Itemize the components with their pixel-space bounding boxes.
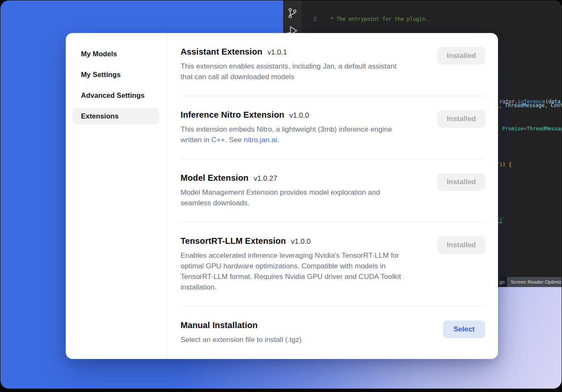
code-fragment: Promise<ThreadMessage> [502,125,562,133]
code-line: 2 * The entrypoint for the plugin. [302,16,562,23]
desktop-background: 2 * The entrypoint for the plugin. 3 */ … [0,0,562,389]
extension-version: v1.0.0 [289,111,309,120]
extension-info: Manual Installation Select an extension … [181,320,301,345]
sidebar-item-my-models[interactable]: My Models [72,46,159,62]
extension-header: TensortRT-LLM Extension v1.0.0 [181,236,401,246]
settings-modal: My Models My Settings Advanced Settings … [66,33,498,359]
screen-reader-status-item[interactable]: Screen Reader Optimize [507,277,562,287]
source-control-icon[interactable] [287,7,298,21]
extension-info: Assistant Extension v1.0.1 This extensio… [181,47,396,82]
code-fragment: rator.inference(data)); [499,98,562,105]
code-text: * The entrypoint for the plugin. [327,16,428,23]
extension-info: TensortRT-LLM Extension v1.0.0 Enables a… [181,236,401,293]
extension-description: This extension enables assistants, inclu… [181,61,396,82]
manual-installation-description: Select an extension file to install (.tg… [181,334,301,345]
extensions-list: Assistant Extension v1.0.1 This extensio… [167,33,498,359]
extension-name: Inference Nitro Extension [181,110,284,120]
extension-header: Manual Installation [181,320,301,330]
settings-sidebar: My Models My Settings Advanced Settings … [66,33,167,359]
extension-info: Model Extension v1.0.27 Model Management… [181,173,380,208]
extension-description: Model Management Extension provides mode… [181,187,380,208]
extension-description: Enables accelerated inference leveraging… [181,250,401,293]
extension-name: Assistant Extension [181,47,262,57]
installed-button[interactable]: Installed [437,236,485,254]
status-text-fragment: go [499,277,505,287]
code-fragment: ")) { [496,161,512,168]
extension-row-assistant: Assistant Extension v1.0.1 This extensio… [181,33,485,96]
nitro-jan-ai-link[interactable]: nitro.jan.ai. [244,136,279,144]
installed-button[interactable]: Installed [437,173,485,191]
manual-installation-row: Manual Installation Select an extension … [181,306,485,359]
extension-info: Inference Nitro Extension v1.0.0 This ex… [181,110,392,145]
installed-button[interactable]: Installed [437,110,485,128]
manual-installation-title: Manual Installation [181,320,258,330]
description-text: This extension embeds Nitro, a lightweig… [181,125,392,144]
extension-version: v1.0.0 [291,237,311,246]
sidebar-item-my-settings[interactable]: My Settings [72,66,159,83]
sidebar-item-extensions[interactable]: Extensions [72,108,159,124]
extension-name: TensortRT-LLM Extension [181,236,286,246]
line-number: 2 [302,16,317,23]
extension-header: Assistant Extension v1.0.1 [181,47,396,57]
select-file-button[interactable]: Select [443,320,485,338]
extension-row-inference-nitro: Inference Nitro Extension v1.0.0 This ex… [181,96,485,159]
extension-header: Model Extension v1.0.27 [181,173,380,183]
extension-description: This extension embeds Nitro, a lightweig… [181,124,392,145]
installed-button[interactable]: Installed [437,47,485,65]
extension-header: Inference Nitro Extension v1.0.0 [181,110,392,120]
extension-version: v1.0.1 [267,48,287,57]
sidebar-item-advanced-settings[interactable]: Advanced Settings [72,87,159,104]
extension-name: Model Extension [181,173,248,183]
extension-row-tensorrt-llm: TensortRT-LLM Extension v1.0.0 Enables a… [181,222,485,306]
extension-version: v1.0.27 [253,174,277,183]
extension-row-model: Model Extension v1.0.27 Model Management… [181,159,485,222]
